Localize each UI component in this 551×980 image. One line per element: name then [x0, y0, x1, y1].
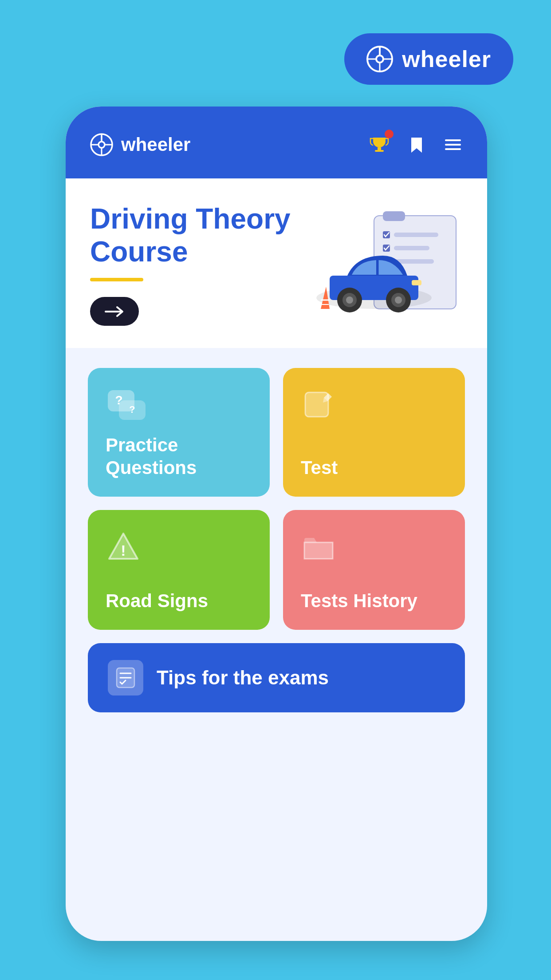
menu-icon[interactable]	[443, 135, 463, 154]
tips-label: Tips for the exams	[157, 667, 329, 689]
svg-rect-21	[394, 233, 438, 237]
hero-text-area: Driving Theory Course	[90, 203, 312, 326]
phone-device: wheeler	[66, 107, 487, 941]
bookmark-icon[interactable]	[407, 135, 426, 154]
svg-point-7	[98, 142, 105, 148]
svg-point-31	[346, 296, 353, 304]
cards-grid: ? ? Practice Questions Test	[88, 368, 465, 630]
svg-rect-19	[383, 211, 405, 221]
history-icon-area	[301, 530, 447, 567]
top-brand-name: wheeler	[402, 46, 491, 72]
tests-history-card[interactable]: Tests History	[283, 510, 465, 630]
svg-point-1	[376, 55, 383, 63]
hero-arrow-button[interactable]	[90, 297, 139, 326]
svg-rect-12	[378, 147, 381, 150]
steering-wheel-icon-top	[366, 46, 393, 72]
checklist-icon	[114, 666, 137, 689]
practice-questions-card[interactable]: ? ? Practice Questions	[88, 368, 270, 497]
header-actions	[369, 133, 463, 156]
steering-wheel-icon-header	[90, 133, 113, 156]
svg-rect-43	[305, 392, 328, 417]
warning-icon: !	[106, 530, 141, 565]
test-label: Test	[301, 457, 447, 479]
chat-question-icon: ? ?	[106, 388, 150, 423]
roadsigns-icon-area: !	[106, 530, 252, 567]
header-logo: wheeler	[90, 133, 190, 156]
arrow-right-icon	[105, 305, 124, 318]
svg-rect-35	[412, 280, 421, 285]
svg-text:?: ?	[129, 404, 135, 415]
header-brand-name: wheeler	[121, 134, 190, 155]
tests-history-label: Tests History	[301, 590, 447, 612]
test-card[interactable]: Test	[283, 368, 465, 497]
tips-icon-container	[108, 660, 143, 695]
practice-icon-area: ? ?	[106, 388, 252, 425]
folder-icon	[301, 530, 336, 565]
test-icon-area	[301, 388, 447, 425]
top-wheeler-badge: wheeler	[344, 33, 513, 85]
road-signs-card[interactable]: ! Road Signs	[88, 510, 270, 630]
hero-underline	[90, 278, 143, 281]
app-header: wheeler	[66, 107, 487, 178]
tips-banner[interactable]: Tips for the exams	[88, 643, 465, 712]
cards-section: ? ? Practice Questions Test	[66, 348, 487, 732]
practice-questions-label: Practice Questions	[106, 434, 252, 479]
svg-rect-13	[375, 150, 384, 152]
road-signs-label: Road Signs	[106, 590, 252, 612]
hero-image	[312, 211, 463, 318]
trophy-button[interactable]	[369, 133, 390, 156]
notification-dot	[385, 130, 394, 138]
hero-title: Driving Theory Course	[90, 203, 312, 268]
hero-section: Driving Theory Course	[66, 178, 487, 348]
svg-point-34	[395, 296, 402, 304]
edit-icon	[301, 388, 336, 423]
svg-text:!: !	[121, 542, 126, 559]
svg-rect-23	[394, 246, 429, 250]
